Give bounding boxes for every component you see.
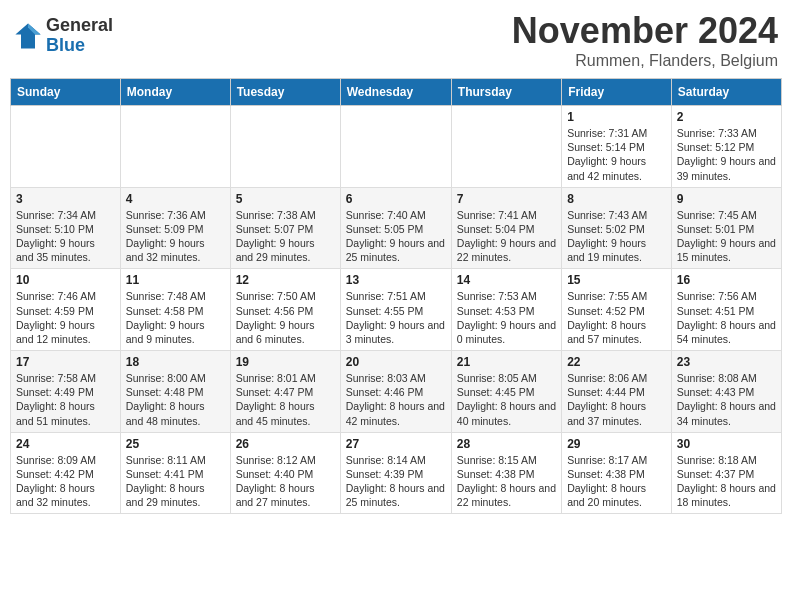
day-number: 13 xyxy=(346,273,446,287)
day-cell: 27Sunrise: 8:14 AMSunset: 4:39 PMDayligh… xyxy=(340,432,451,514)
day-number: 18 xyxy=(126,355,225,369)
day-number: 4 xyxy=(126,192,225,206)
day-cell: 8Sunrise: 7:43 AMSunset: 5:02 PMDaylight… xyxy=(562,187,672,269)
day-info: Sunrise: 8:06 AMSunset: 4:44 PMDaylight:… xyxy=(567,371,666,428)
location: Rummen, Flanders, Belgium xyxy=(512,52,778,70)
col-thursday: Thursday xyxy=(451,79,561,106)
day-info: Sunrise: 8:11 AMSunset: 4:41 PMDaylight:… xyxy=(126,453,225,510)
day-number: 26 xyxy=(236,437,335,451)
week-row-3: 17Sunrise: 7:58 AMSunset: 4:49 PMDayligh… xyxy=(11,351,782,433)
day-info: Sunrise: 7:31 AMSunset: 5:14 PMDaylight:… xyxy=(567,126,666,183)
day-info: Sunrise: 8:01 AMSunset: 4:47 PMDaylight:… xyxy=(236,371,335,428)
day-info: Sunrise: 7:46 AMSunset: 4:59 PMDaylight:… xyxy=(16,289,115,346)
col-tuesday: Tuesday xyxy=(230,79,340,106)
week-row-0: 1Sunrise: 7:31 AMSunset: 5:14 PMDaylight… xyxy=(11,106,782,188)
calendar-body: 1Sunrise: 7:31 AMSunset: 5:14 PMDaylight… xyxy=(11,106,782,514)
day-info: Sunrise: 8:12 AMSunset: 4:40 PMDaylight:… xyxy=(236,453,335,510)
day-cell: 4Sunrise: 7:36 AMSunset: 5:09 PMDaylight… xyxy=(120,187,230,269)
day-cell: 19Sunrise: 8:01 AMSunset: 4:47 PMDayligh… xyxy=(230,351,340,433)
day-number: 15 xyxy=(567,273,666,287)
day-cell: 26Sunrise: 8:12 AMSunset: 4:40 PMDayligh… xyxy=(230,432,340,514)
day-number: 1 xyxy=(567,110,666,124)
day-number: 29 xyxy=(567,437,666,451)
day-number: 24 xyxy=(16,437,115,451)
day-cell: 2Sunrise: 7:33 AMSunset: 5:12 PMDaylight… xyxy=(671,106,781,188)
day-cell: 22Sunrise: 8:06 AMSunset: 4:44 PMDayligh… xyxy=(562,351,672,433)
logo-icon xyxy=(14,22,42,50)
day-cell: 23Sunrise: 8:08 AMSunset: 4:43 PMDayligh… xyxy=(671,351,781,433)
calendar-table: Sunday Monday Tuesday Wednesday Thursday… xyxy=(10,78,782,514)
day-info: Sunrise: 7:53 AMSunset: 4:53 PMDaylight:… xyxy=(457,289,556,346)
day-info: Sunrise: 8:08 AMSunset: 4:43 PMDaylight:… xyxy=(677,371,776,428)
day-cell: 17Sunrise: 7:58 AMSunset: 4:49 PMDayligh… xyxy=(11,351,121,433)
day-info: Sunrise: 8:14 AMSunset: 4:39 PMDaylight:… xyxy=(346,453,446,510)
day-cell xyxy=(120,106,230,188)
day-number: 14 xyxy=(457,273,556,287)
day-cell: 21Sunrise: 8:05 AMSunset: 4:45 PMDayligh… xyxy=(451,351,561,433)
day-info: Sunrise: 8:03 AMSunset: 4:46 PMDaylight:… xyxy=(346,371,446,428)
month-title: November 2024 xyxy=(512,10,778,52)
day-number: 7 xyxy=(457,192,556,206)
day-cell: 20Sunrise: 8:03 AMSunset: 4:46 PMDayligh… xyxy=(340,351,451,433)
day-info: Sunrise: 7:58 AMSunset: 4:49 PMDaylight:… xyxy=(16,371,115,428)
day-number: 25 xyxy=(126,437,225,451)
day-cell xyxy=(451,106,561,188)
day-info: Sunrise: 7:51 AMSunset: 4:55 PMDaylight:… xyxy=(346,289,446,346)
header: General Blue November 2024 Rummen, Fland… xyxy=(10,10,782,70)
day-info: Sunrise: 8:18 AMSunset: 4:37 PMDaylight:… xyxy=(677,453,776,510)
day-cell: 15Sunrise: 7:55 AMSunset: 4:52 PMDayligh… xyxy=(562,269,672,351)
logo-blue-text: Blue xyxy=(46,36,113,56)
col-friday: Friday xyxy=(562,79,672,106)
day-info: Sunrise: 7:40 AMSunset: 5:05 PMDaylight:… xyxy=(346,208,446,265)
day-cell: 11Sunrise: 7:48 AMSunset: 4:58 PMDayligh… xyxy=(120,269,230,351)
day-number: 8 xyxy=(567,192,666,206)
day-cell: 16Sunrise: 7:56 AMSunset: 4:51 PMDayligh… xyxy=(671,269,781,351)
day-cell: 24Sunrise: 8:09 AMSunset: 4:42 PMDayligh… xyxy=(11,432,121,514)
day-info: Sunrise: 7:43 AMSunset: 5:02 PMDaylight:… xyxy=(567,208,666,265)
day-number: 12 xyxy=(236,273,335,287)
day-number: 20 xyxy=(346,355,446,369)
col-sunday: Sunday xyxy=(11,79,121,106)
day-info: Sunrise: 8:09 AMSunset: 4:42 PMDaylight:… xyxy=(16,453,115,510)
day-info: Sunrise: 7:34 AMSunset: 5:10 PMDaylight:… xyxy=(16,208,115,265)
day-number: 2 xyxy=(677,110,776,124)
day-cell: 6Sunrise: 7:40 AMSunset: 5:05 PMDaylight… xyxy=(340,187,451,269)
day-info: Sunrise: 7:55 AMSunset: 4:52 PMDaylight:… xyxy=(567,289,666,346)
day-cell: 3Sunrise: 7:34 AMSunset: 5:10 PMDaylight… xyxy=(11,187,121,269)
day-number: 11 xyxy=(126,273,225,287)
day-number: 23 xyxy=(677,355,776,369)
day-cell xyxy=(230,106,340,188)
day-cell: 25Sunrise: 8:11 AMSunset: 4:41 PMDayligh… xyxy=(120,432,230,514)
day-info: Sunrise: 7:33 AMSunset: 5:12 PMDaylight:… xyxy=(677,126,776,183)
col-wednesday: Wednesday xyxy=(340,79,451,106)
day-number: 9 xyxy=(677,192,776,206)
day-number: 10 xyxy=(16,273,115,287)
day-info: Sunrise: 8:05 AMSunset: 4:45 PMDaylight:… xyxy=(457,371,556,428)
day-info: Sunrise: 7:56 AMSunset: 4:51 PMDaylight:… xyxy=(677,289,776,346)
day-number: 5 xyxy=(236,192,335,206)
day-number: 3 xyxy=(16,192,115,206)
day-cell: 14Sunrise: 7:53 AMSunset: 4:53 PMDayligh… xyxy=(451,269,561,351)
week-row-1: 3Sunrise: 7:34 AMSunset: 5:10 PMDaylight… xyxy=(11,187,782,269)
week-row-2: 10Sunrise: 7:46 AMSunset: 4:59 PMDayligh… xyxy=(11,269,782,351)
day-number: 21 xyxy=(457,355,556,369)
day-cell: 1Sunrise: 7:31 AMSunset: 5:14 PMDaylight… xyxy=(562,106,672,188)
logo: General Blue xyxy=(14,16,113,56)
day-cell: 18Sunrise: 8:00 AMSunset: 4:48 PMDayligh… xyxy=(120,351,230,433)
day-cell: 30Sunrise: 8:18 AMSunset: 4:37 PMDayligh… xyxy=(671,432,781,514)
day-info: Sunrise: 8:00 AMSunset: 4:48 PMDaylight:… xyxy=(126,371,225,428)
day-cell: 29Sunrise: 8:17 AMSunset: 4:38 PMDayligh… xyxy=(562,432,672,514)
day-info: Sunrise: 8:17 AMSunset: 4:38 PMDaylight:… xyxy=(567,453,666,510)
day-info: Sunrise: 7:41 AMSunset: 5:04 PMDaylight:… xyxy=(457,208,556,265)
day-info: Sunrise: 7:36 AMSunset: 5:09 PMDaylight:… xyxy=(126,208,225,265)
logo-general-text: General xyxy=(46,16,113,36)
calendar-header: Sunday Monday Tuesday Wednesday Thursday… xyxy=(11,79,782,106)
day-number: 30 xyxy=(677,437,776,451)
day-cell: 5Sunrise: 7:38 AMSunset: 5:07 PMDaylight… xyxy=(230,187,340,269)
title-area: November 2024 Rummen, Flanders, Belgium xyxy=(512,10,778,70)
week-row-4: 24Sunrise: 8:09 AMSunset: 4:42 PMDayligh… xyxy=(11,432,782,514)
day-number: 28 xyxy=(457,437,556,451)
day-cell: 9Sunrise: 7:45 AMSunset: 5:01 PMDaylight… xyxy=(671,187,781,269)
col-monday: Monday xyxy=(120,79,230,106)
day-number: 16 xyxy=(677,273,776,287)
